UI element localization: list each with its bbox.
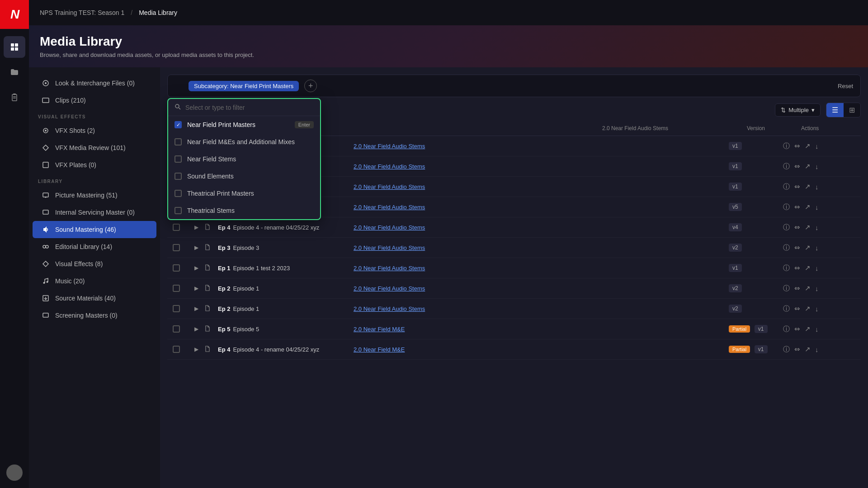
action-download-icon[interactable]: ↓ bbox=[815, 142, 819, 150]
action-download-icon[interactable]: ↓ bbox=[815, 325, 819, 333]
action-info-icon[interactable]: ⓘ bbox=[783, 345, 790, 354]
action-info-icon[interactable]: ⓘ bbox=[783, 264, 790, 272]
action-info-icon[interactable]: ⓘ bbox=[783, 183, 790, 191]
dropdown-item-theatrical-print-masters[interactable]: Theatrical Print Masters bbox=[168, 185, 320, 202]
action-download-icon[interactable]: ↓ bbox=[815, 264, 819, 272]
row-expand-button[interactable]: ▶ bbox=[191, 263, 202, 273]
row-name: Ep 4Episode 4 - rename 04/25/22 xyz bbox=[218, 346, 354, 353]
row-select-checkbox[interactable] bbox=[173, 224, 180, 231]
action-info-icon[interactable]: ⓘ bbox=[783, 142, 790, 150]
action-send-icon[interactable]: ↗ bbox=[805, 284, 811, 292]
row-select-checkbox[interactable] bbox=[173, 244, 180, 251]
action-send-icon[interactable]: ↗ bbox=[805, 345, 811, 353]
row-checkbox[interactable] bbox=[173, 285, 191, 292]
icon-bar-media-library[interactable] bbox=[4, 36, 25, 58]
sidebar-item-visual-effects-lib[interactable]: Visual Effects (8) bbox=[33, 255, 156, 272]
action-send-icon[interactable]: ↗ bbox=[805, 183, 811, 191]
action-info-icon[interactable]: ⓘ bbox=[783, 305, 790, 313]
action-info-icon[interactable]: ⓘ bbox=[783, 244, 790, 252]
action-share-icon[interactable]: ⇔ bbox=[794, 264, 800, 272]
action-share-icon[interactable]: ⇔ bbox=[794, 183, 800, 191]
dropdown-search-input[interactable] bbox=[185, 104, 314, 111]
row-expand-button[interactable]: ▶ bbox=[191, 324, 202, 334]
vfx-plates-icon bbox=[42, 161, 50, 169]
action-send-icon[interactable]: ↗ bbox=[805, 325, 811, 333]
action-send-icon[interactable]: ↗ bbox=[805, 244, 811, 252]
dropdown-item-sound-elements[interactable]: Sound Elements bbox=[168, 168, 320, 185]
sidebar-item-vfx-plates[interactable]: VFX Plates (0) bbox=[33, 156, 156, 174]
action-info-icon[interactable]: ⓘ bbox=[783, 223, 790, 232]
action-info-icon[interactable]: ⓘ bbox=[783, 284, 790, 293]
dropdown-item-near-field-stems[interactable]: Near Field Stems bbox=[168, 150, 320, 168]
action-info-icon[interactable]: ⓘ bbox=[783, 203, 790, 211]
icon-bar-folder[interactable] bbox=[4, 61, 25, 83]
sidebar-item-music[interactable]: Music (20) bbox=[33, 272, 156, 290]
filter-add-button[interactable]: + bbox=[304, 80, 317, 92]
action-download-icon[interactable]: ↓ bbox=[815, 203, 819, 211]
action-send-icon[interactable]: ↗ bbox=[805, 162, 811, 170]
sidebar-item-vfx-media-review[interactable]: VFX Media Review (101) bbox=[33, 139, 156, 156]
svg-point-12 bbox=[45, 130, 47, 131]
action-share-icon[interactable]: ⇔ bbox=[794, 162, 800, 170]
view-grid-button[interactable]: ⊞ bbox=[844, 103, 860, 117]
checkbox-near-field-mes bbox=[175, 138, 182, 145]
filter-reset-button[interactable]: Reset bbox=[838, 83, 853, 89]
user-avatar[interactable] bbox=[6, 465, 23, 481]
action-share-icon[interactable]: ⇔ bbox=[794, 325, 800, 333]
row-select-checkbox[interactable] bbox=[173, 264, 180, 272]
view-list-button[interactable]: ☰ bbox=[826, 103, 844, 117]
row-checkbox[interactable] bbox=[173, 305, 191, 312]
action-download-icon[interactable]: ↓ bbox=[815, 285, 819, 292]
row-expand-button[interactable]: ▶ bbox=[191, 242, 202, 253]
row-checkbox[interactable] bbox=[173, 244, 191, 251]
row-expand-button[interactable]: ▶ bbox=[191, 283, 202, 294]
action-send-icon[interactable]: ↗ bbox=[805, 305, 811, 313]
row-expand-button[interactable]: ▶ bbox=[191, 344, 202, 355]
row-expand-button[interactable]: ▶ bbox=[191, 222, 202, 233]
row-select-checkbox[interactable] bbox=[173, 325, 180, 333]
action-info-icon[interactable]: ⓘ bbox=[783, 162, 790, 171]
action-share-icon[interactable]: ⇔ bbox=[794, 284, 800, 292]
action-share-icon[interactable]: ⇔ bbox=[794, 142, 800, 150]
row-select-checkbox[interactable] bbox=[173, 285, 180, 292]
sidebar-item-screening-masters[interactable]: Screening Masters (0) bbox=[33, 307, 156, 324]
action-info-icon[interactable]: ⓘ bbox=[783, 325, 790, 333]
sidebar-item-source-materials[interactable]: Source Materials (40) bbox=[33, 290, 156, 307]
filter-bar: Subcategory: Near Field Print Masters + … bbox=[167, 75, 861, 97]
action-download-icon[interactable]: ↓ bbox=[815, 224, 819, 231]
action-send-icon[interactable]: ↗ bbox=[805, 264, 811, 272]
action-send-icon[interactable]: ↗ bbox=[805, 223, 811, 231]
row-select-checkbox[interactable] bbox=[173, 346, 180, 353]
action-share-icon[interactable]: ⇔ bbox=[794, 305, 800, 313]
row-checkbox[interactable] bbox=[173, 224, 191, 231]
sidebar-item-editorial-library[interactable]: Editorial Library (14) bbox=[33, 238, 156, 255]
sidebar-item-vfx-shots[interactable]: VFX Shots (2) bbox=[33, 122, 156, 139]
action-share-icon[interactable]: ⇔ bbox=[794, 223, 800, 231]
sort-button[interactable]: ⇅ Multiple ▾ bbox=[775, 103, 821, 117]
action-download-icon[interactable]: ↓ bbox=[815, 346, 819, 353]
row-checkbox[interactable] bbox=[173, 264, 191, 272]
dropdown-item-near-field-print-masters[interactable]: Near Field Print Masters Enter bbox=[168, 116, 320, 133]
action-download-icon[interactable]: ↓ bbox=[815, 163, 819, 170]
dropdown-item-near-field-mes[interactable]: Near Field M&Es and Additional Mixes bbox=[168, 133, 320, 150]
row-select-checkbox[interactable] bbox=[173, 305, 180, 312]
row-expand-button[interactable]: ▶ bbox=[191, 303, 202, 314]
sidebar-item-internal-servicing[interactable]: Internal Servicing Master (0) bbox=[33, 204, 156, 221]
action-send-icon[interactable]: ↗ bbox=[805, 203, 811, 211]
sidebar-item-clips[interactable]: Clips (210) bbox=[33, 92, 156, 109]
filter-chip-subcategory[interactable]: Subcategory: Near Field Print Masters bbox=[189, 81, 299, 91]
action-download-icon[interactable]: ↓ bbox=[815, 244, 819, 252]
dropdown-item-theatrical-stems[interactable]: Theatrical Stems bbox=[168, 202, 320, 219]
sidebar-item-sound-mastering[interactable]: Sound Mastering (46) bbox=[33, 221, 156, 238]
action-share-icon[interactable]: ⇔ bbox=[794, 244, 800, 252]
icon-bar-clipboard[interactable] bbox=[4, 87, 25, 108]
sidebar-item-picture-mastering[interactable]: Picture Mastering (51) bbox=[33, 187, 156, 204]
action-share-icon[interactable]: ⇔ bbox=[794, 203, 800, 211]
action-download-icon[interactable]: ↓ bbox=[815, 305, 819, 313]
sidebar-item-look-interchange[interactable]: Look & Interchange Files (0) bbox=[33, 75, 156, 92]
action-share-icon[interactable]: ⇔ bbox=[794, 345, 800, 353]
row-checkbox[interactable] bbox=[173, 325, 191, 333]
action-send-icon[interactable]: ↗ bbox=[805, 142, 811, 150]
row-checkbox[interactable] bbox=[173, 346, 191, 353]
action-download-icon[interactable]: ↓ bbox=[815, 183, 819, 191]
